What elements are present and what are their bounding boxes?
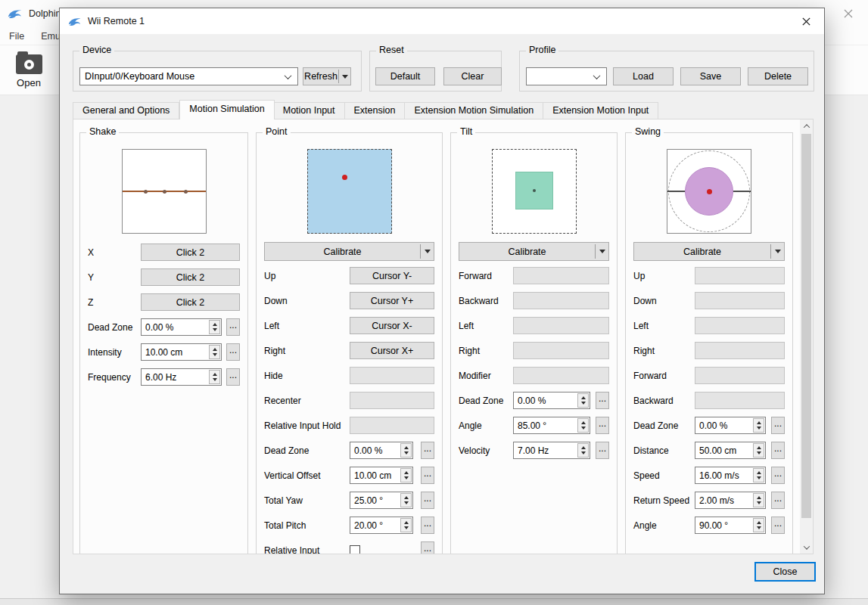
clear-button[interactable]: Clear	[443, 67, 502, 85]
shake-intensity-advanced-button[interactable]: ...	[226, 343, 240, 361]
swing-distance-spinbox[interactable]: 50.00 cm	[695, 442, 766, 459]
point-left-mapping-button[interactable]: Cursor X-	[350, 317, 434, 334]
point-up-mapping-button[interactable]: Cursor Y-	[350, 267, 434, 284]
tilt-forward-mapping-button[interactable]	[513, 267, 609, 284]
calibrate-dropdown-arrow-icon[interactable]	[421, 250, 434, 253]
device-combobox[interactable]: DInput/0/Keyboard Mouse	[79, 67, 298, 85]
swing-speed-advanced-button[interactable]: ...	[771, 467, 785, 484]
shake-dead-zone-spinbox[interactable]: 0.00 %	[141, 318, 222, 336]
menu-file[interactable]: File	[9, 31, 24, 42]
tilt-right-mapping-button[interactable]	[513, 342, 609, 359]
scrollbar-thumb[interactable]	[801, 134, 811, 518]
point-calibrate-button[interactable]: Calibrate	[264, 242, 434, 261]
point-total-pitch-spinbox[interactable]: 20.00 °	[350, 517, 413, 534]
swing-right-mapping-button[interactable]	[695, 342, 785, 359]
tab-motion-simulation[interactable]: Motion Simulation	[179, 100, 274, 119]
shake-x-mapping-button[interactable]: Click 2	[141, 244, 240, 261]
dialog-close-icon[interactable]	[795, 13, 817, 30]
point-total-yaw-advanced-button[interactable]: ...	[421, 492, 434, 509]
swing-speed-spinbox[interactable]: 16.00 m/s	[695, 467, 766, 484]
shake-y-mapping-button[interactable]: Click 2	[141, 268, 240, 286]
main-window-close-icon[interactable]	[838, 5, 859, 23]
swing-return-speed-advanced-button[interactable]: ...	[771, 492, 785, 509]
shake-frequency-advanced-button[interactable]: ...	[226, 368, 240, 386]
vertical-scrollbar[interactable]	[800, 119, 813, 554]
spinner-buttons[interactable]	[753, 468, 764, 482]
spinner-buttons[interactable]	[400, 468, 412, 482]
tab-extension[interactable]: Extension	[345, 102, 406, 119]
spinner-buttons[interactable]	[577, 393, 589, 408]
point-vertical-offset-advanced-button[interactable]: ...	[421, 467, 434, 484]
swing-angle-spinbox[interactable]: 90.00 °	[695, 517, 766, 534]
refresh-button[interactable]: Refresh	[303, 67, 351, 85]
spinner-buttons[interactable]	[577, 443, 589, 458]
spinner-buttons[interactable]	[400, 443, 412, 458]
row-label: Vertical Offset	[264, 470, 320, 481]
open-button[interactable]: Open	[9, 50, 48, 88]
tab-extension-motion-simulation[interactable]: Extension Motion Simulation	[405, 102, 543, 119]
swing-forward-mapping-button[interactable]	[695, 367, 785, 384]
swing-angle-advanced-button[interactable]: ...	[771, 517, 785, 534]
point-total-pitch-advanced-button[interactable]: ...	[421, 517, 434, 534]
shake-dead-zone-advanced-button[interactable]: ...	[226, 318, 240, 336]
tab-motion-input[interactable]: Motion Input	[274, 102, 345, 119]
tilt-left-mapping-button[interactable]	[513, 317, 609, 334]
calibrate-dropdown-arrow-icon[interactable]	[771, 250, 784, 253]
tilt-modifier-mapping-button[interactable]	[513, 367, 609, 384]
default-button[interactable]: Default	[375, 67, 435, 85]
tilt-velocity-spinbox[interactable]: 7.00 Hz	[513, 442, 590, 459]
swing-dead-zone-spinbox[interactable]: 0.00 %	[695, 417, 766, 434]
spinner-buttons[interactable]	[753, 418, 764, 433]
tilt-dead-zone-advanced-button[interactable]: ...	[596, 392, 609, 409]
spinner-buttons[interactable]	[209, 370, 220, 384]
scroll-up-icon[interactable]	[800, 119, 813, 132]
spinner-buttons[interactable]	[753, 518, 764, 532]
point-total-yaw-spinbox[interactable]: 25.00 °	[350, 492, 413, 509]
point-hide-mapping-button[interactable]	[350, 367, 434, 384]
tilt-velocity-advanced-button[interactable]: ...	[596, 442, 609, 459]
spinner-buttons[interactable]	[400, 518, 412, 532]
tilt-angle-advanced-button[interactable]: ...	[596, 417, 609, 434]
swing-dead-zone-advanced-button[interactable]: ...	[771, 417, 785, 434]
shake-intensity-spinbox[interactable]: 10.00 cm	[141, 343, 222, 361]
point-vertical-offset-spinbox[interactable]: 10.00 cm	[350, 467, 413, 484]
point-relative-input-checkbox[interactable]	[350, 545, 360, 554]
point-down-mapping-button[interactable]: Cursor Y+	[350, 292, 434, 309]
tilt-calibrate-button[interactable]: Calibrate	[459, 242, 609, 261]
spinner-buttons[interactable]	[209, 320, 220, 334]
load-button[interactable]: Load	[613, 67, 674, 85]
tab-extension-motion-input[interactable]: Extension Motion Input	[543, 102, 658, 119]
point-indicator-graphic	[307, 149, 392, 234]
calibrate-dropdown-arrow-icon[interactable]	[596, 250, 608, 253]
close-button[interactable]: Close	[754, 562, 816, 582]
profile-combobox[interactable]	[526, 67, 607, 85]
swing-left-mapping-button[interactable]	[695, 317, 785, 334]
swing-calibrate-button[interactable]: Calibrate	[633, 242, 785, 261]
spinner-buttons[interactable]	[400, 493, 412, 507]
tilt-backward-mapping-button[interactable]	[513, 292, 609, 309]
point-dead-zone-advanced-button[interactable]: ...	[421, 442, 434, 459]
point-dead-zone-spinbox[interactable]: 0.00 %	[350, 442, 413, 459]
save-button[interactable]: Save	[680, 67, 741, 85]
swing-distance-advanced-button[interactable]: ...	[771, 442, 785, 459]
tilt-angle-spinbox[interactable]: 85.00 °	[513, 417, 590, 434]
point-right-mapping-button[interactable]: Cursor X+	[350, 342, 434, 359]
delete-button[interactable]: Delete	[748, 67, 808, 85]
shake-frequency-spinbox[interactable]: 6.00 Hz	[141, 368, 222, 386]
spinner-buttons[interactable]	[577, 418, 589, 433]
swing-backward-mapping-button[interactable]	[695, 392, 785, 409]
spinner-buttons[interactable]	[753, 443, 764, 458]
spinner-buttons[interactable]	[209, 345, 220, 359]
shake-z-mapping-button[interactable]: Click 2	[141, 293, 240, 311]
spinner-buttons[interactable]	[753, 493, 764, 507]
tilt-dead-zone-spinbox[interactable]: 0.00 %	[513, 392, 590, 409]
tab-general-and-options[interactable]: General and Options	[73, 102, 179, 119]
scroll-down-icon[interactable]	[800, 541, 813, 554]
point-relative-input-advanced-button[interactable]: ...	[421, 541, 434, 554]
swing-down-mapping-button[interactable]	[695, 292, 785, 309]
point-recenter-mapping-button[interactable]	[350, 392, 434, 409]
swing-up-mapping-button[interactable]	[695, 267, 785, 284]
swing-return-speed-spinbox[interactable]: 2.00 m/s	[695, 492, 766, 509]
refresh-dropdown-arrow-icon[interactable]	[339, 75, 350, 79]
point-relative-input-hold-mapping-button[interactable]	[350, 417, 434, 434]
